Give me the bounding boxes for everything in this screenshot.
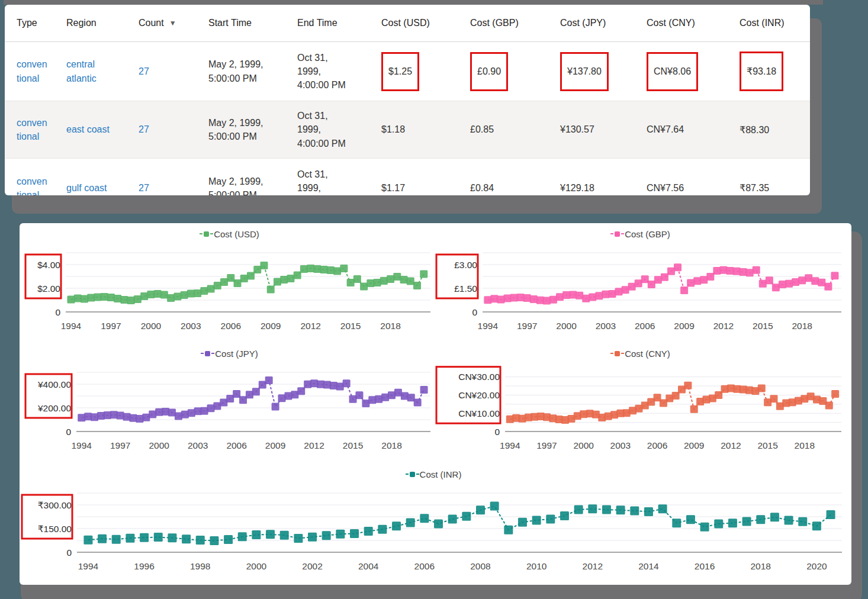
x-tick-label: 2015 [757, 440, 777, 450]
data-marker [114, 295, 121, 302]
type-link[interactable]: conventional [17, 116, 50, 143]
data-marker [658, 504, 667, 513]
y-tick-label: 0 [66, 548, 72, 558]
x-tick-label: 2015 [340, 321, 361, 331]
y-tick-label: CN¥20.00 [458, 390, 500, 400]
column-header-count[interactable]: Count▼ [139, 5, 208, 42]
charts-panel: Cost (USD) 0$2.00$4.00199419972000200320… [20, 223, 851, 585]
data-marker [759, 280, 767, 288]
data-marker [517, 294, 525, 301]
cell-region: east coast [66, 101, 139, 159]
plot-area-gbp[interactable]: 0£1.50£3.0019941997200020032006200920122… [435, 241, 850, 342]
plot-area-inr[interactable]: 0₹150.00₹300.001994199619982000200220042… [21, 481, 850, 582]
data-marker [779, 281, 786, 288]
x-tick-label: 2000 [246, 561, 267, 571]
plot-area-cny[interactable]: 0CN¥10.00CN¥20.00CN¥30.00199419972000200… [435, 360, 850, 461]
column-header-cost-inr[interactable]: Cost (INR) [740, 5, 810, 42]
type-link[interactable]: conventional [17, 175, 50, 195]
data-marker [406, 518, 415, 527]
data-marker [274, 278, 281, 286]
data-marker [272, 403, 279, 411]
data-marker [560, 511, 569, 520]
x-tick-label: 1994 [478, 321, 499, 331]
data-marker [772, 284, 780, 291]
type-link[interactable]: conventional [17, 57, 50, 85]
count-link[interactable]: 27 [139, 124, 149, 134]
column-header-cost-jpy[interactable]: Cost (JPY) [560, 5, 647, 42]
cell-cost-inr: ₹93.18 [740, 42, 810, 101]
data-marker [785, 280, 793, 288]
data-marker [667, 268, 675, 275]
cell-cost-inr: ₹88.30 [740, 101, 810, 159]
column-header-start-time[interactable]: Start Time [208, 5, 297, 42]
chart-cost-cny: Cost (CNY) 0CN¥10.00CN¥20.00CN¥30.001994… [435, 346, 850, 465]
data-marker [173, 293, 181, 301]
data-marker [322, 531, 331, 540]
column-header-region[interactable]: Region [66, 5, 139, 42]
x-tick-label: 2006 [226, 440, 246, 450]
data-marker [484, 296, 491, 304]
column-header-end-time[interactable]: End Time [297, 5, 381, 42]
cell-cost-inr: ₹87.35 [740, 159, 810, 196]
legend-cost-gbp[interactable]: Cost (GBP) [435, 227, 850, 241]
data-marker [622, 286, 629, 294]
data-marker [107, 294, 115, 301]
x-tick-label: 2009 [674, 321, 694, 331]
cell-region: central atlantic [66, 42, 139, 101]
column-header-type[interactable]: Type [5, 5, 66, 42]
y-tick-label: ₹150.00 [38, 524, 72, 534]
cell-cost-usd: $1.25 [381, 42, 470, 101]
region-link[interactable]: central atlantic [66, 57, 116, 85]
region-link[interactable]: gulf coast [66, 181, 116, 195]
data-marker [420, 514, 429, 523]
count-link[interactable]: 27 [139, 66, 149, 76]
x-tick-label: 2020 [806, 561, 827, 571]
data-marker [700, 523, 709, 532]
legend-label: Cost (GBP) [625, 229, 670, 239]
plot-area-jpy[interactable]: 0¥200.00¥400.001994199720002003200620092… [24, 360, 439, 461]
x-tick-label: 2000 [573, 440, 594, 450]
data-marker [582, 295, 590, 302]
column-header-cost-gbp[interactable]: Cost (GBP) [470, 5, 560, 42]
data-marker [194, 289, 201, 297]
cell-cost-jpy: ¥137.80 [560, 42, 647, 101]
data-marker [616, 505, 625, 514]
data-marker [320, 266, 328, 273]
data-marker [608, 290, 616, 298]
cell-start-time: May 2, 1999, 5:00:00 PM [208, 101, 297, 159]
legend-cost-inr[interactable]: Cost (INR) [21, 467, 850, 481]
sort-descending-icon: ▼ [169, 19, 176, 27]
data-marker [602, 505, 611, 514]
data-marker [556, 293, 564, 301]
column-header-cost-usd[interactable]: Cost (USD) [381, 5, 470, 42]
data-marker [434, 519, 443, 528]
x-tick-label: 2012 [304, 440, 324, 450]
cell-cost-cny: CN¥8.06 [647, 42, 740, 101]
legend-cost-cny[interactable]: Cost (CNY) [435, 346, 850, 360]
data-marker [313, 265, 321, 273]
data-marker [792, 278, 799, 286]
data-marker [684, 382, 692, 389]
x-tick-label: 2018 [380, 321, 400, 331]
cell-count: 27 [139, 42, 208, 101]
legend-cost-jpy[interactable]: Cost (JPY) [24, 346, 439, 360]
data-marker [112, 535, 121, 544]
data-marker [574, 505, 583, 514]
data-marker [546, 514, 555, 523]
data-marker [700, 276, 708, 284]
data-marker [719, 266, 727, 274]
cell-cost-gbp: £0.85 [470, 101, 560, 159]
count-link[interactable]: 27 [139, 183, 149, 193]
table-header-row: Type Region Count▼ Start Time End Time C… [5, 5, 810, 42]
data-marker [154, 290, 162, 298]
x-tick-label: 2000 [149, 440, 169, 450]
plot-area-usd[interactable]: 0$2.00$4.0019941997200020032006200920122… [24, 241, 439, 342]
data-marker [706, 273, 714, 281]
data-marker [714, 519, 723, 528]
region-link[interactable]: east coast [66, 123, 116, 136]
column-header-cost-cny[interactable]: Cost (CNY) [647, 5, 740, 42]
cell-type: conventional [5, 42, 66, 101]
legend-cost-usd[interactable]: Cost (USD) [24, 227, 439, 241]
data-marker [576, 292, 583, 300]
data-marker [297, 387, 305, 395]
